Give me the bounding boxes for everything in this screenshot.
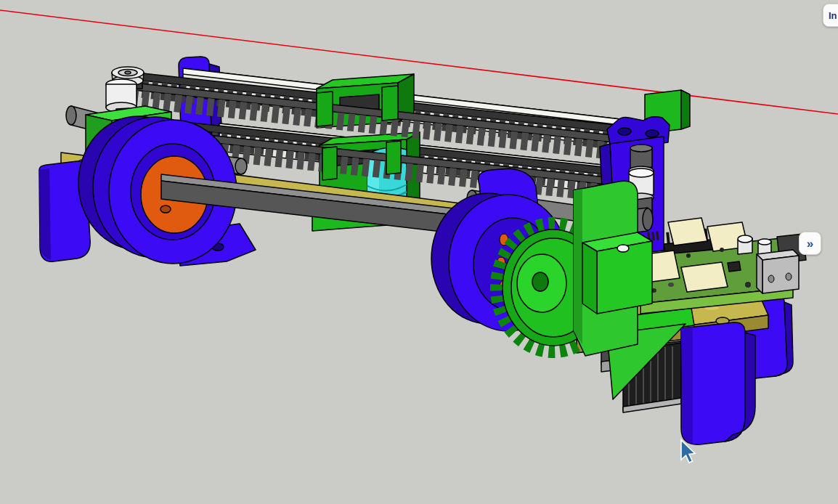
viewport[interactable]: » In [0,0,838,504]
expand-panels-button[interactable]: » [799,232,821,255]
smd-chip [728,261,741,272]
instructor-panel-button[interactable]: In [823,4,838,27]
instructor-button-label: In [829,10,837,21]
model-canvas[interactable] [0,0,838,504]
double-chevron-right-icon: » [807,237,813,250]
front-right-leg[interactable] [681,322,755,444]
